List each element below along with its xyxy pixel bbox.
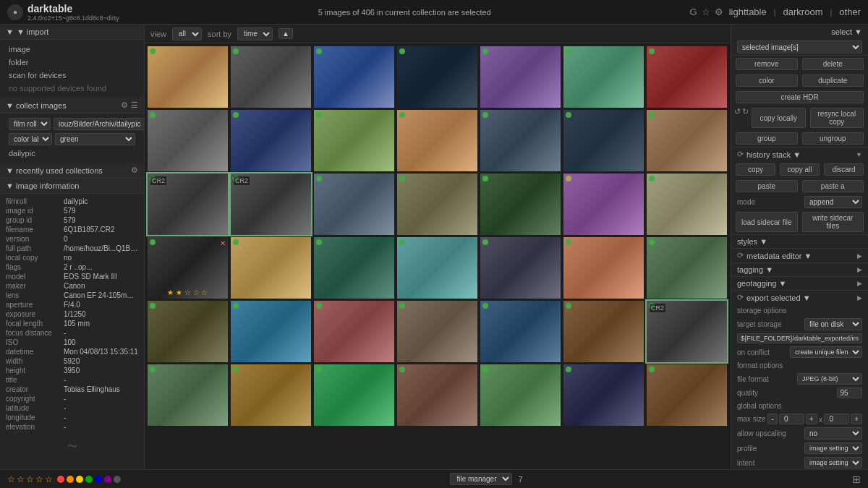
max-size-h-input[interactable] (824, 414, 849, 424)
selected-images-select[interactable]: selected image[s] (737, 40, 862, 53)
table-row[interactable] (563, 110, 644, 171)
color-label-value-select[interactable]: green (55, 133, 135, 145)
table-row[interactable] (231, 364, 311, 426)
collect-section-header[interactable]: ▼ collect images ⚙ ☰ (0, 98, 144, 114)
paste-a-btn[interactable]: paste a (802, 180, 864, 192)
table-row[interactable] (148, 364, 228, 426)
color-green[interactable] (85, 476, 93, 483)
table-row[interactable]: ✕★ ★ ☆ ☆ ☆ (148, 237, 228, 299)
recently-settings-icon[interactable]: ⚙ (131, 166, 138, 175)
copy-btn[interactable]: copy (736, 163, 775, 176)
star-5[interactable]: ☆ (45, 474, 53, 484)
table-row[interactable] (397, 46, 477, 108)
paste-btn[interactable]: paste (736, 180, 798, 192)
styles-title[interactable]: styles ▼ (737, 237, 862, 246)
discard-btn[interactable]: discard (824, 163, 864, 176)
table-row[interactable] (231, 301, 311, 362)
table-row[interactable] (314, 237, 394, 299)
table-row[interactable] (563, 237, 644, 299)
profile-select[interactable]: image settings (804, 442, 862, 454)
star-icon[interactable]: ☆ (702, 7, 710, 17)
star-3[interactable]: ☆ (26, 474, 34, 484)
color-gray[interactable] (114, 476, 121, 483)
sort-select[interactable]: time (237, 27, 273, 40)
copy-all-btn[interactable]: copy all (780, 163, 820, 176)
table-row[interactable] (231, 237, 311, 299)
table-row[interactable] (397, 174, 477, 235)
table-row[interactable] (480, 174, 561, 235)
table-row[interactable] (148, 46, 228, 108)
reset-rotation-icon[interactable]: ↺ (734, 107, 741, 129)
table-row[interactable] (231, 46, 311, 108)
table-row[interactable] (563, 301, 644, 362)
allow-upscaling-select[interactable]: no (804, 427, 862, 440)
metadata-title[interactable]: metadata editor ▼ (746, 252, 854, 260)
import-scan-devices[interactable]: scan for devices (6, 69, 138, 82)
color-orange[interactable] (67, 476, 74, 483)
quality-input[interactable] (837, 388, 862, 398)
view-mode-select[interactable]: file manager (450, 473, 512, 485)
intent-select[interactable]: image settings (804, 457, 862, 468)
star-2[interactable]: ☆ (17, 474, 25, 484)
image-info-section-header[interactable]: ▼ image information (0, 179, 144, 194)
color-blue[interactable] (95, 476, 102, 483)
collect-settings-icon[interactable]: ⚙ (121, 100, 128, 110)
copy-locally-btn[interactable]: copy locally (752, 108, 806, 128)
table-row[interactable] (148, 110, 228, 171)
star-rating-row[interactable]: ☆ ☆ ☆ ☆ ☆ (7, 474, 53, 484)
color-purple[interactable] (104, 476, 111, 483)
film-roll-value-select[interactable]: iouz/Bilder/Archiv/dailypic (54, 118, 145, 130)
create-hdr-btn[interactable]: create HDR (736, 91, 864, 103)
resync-icon[interactable]: ↻ (742, 107, 749, 129)
star-rating[interactable]: ★ ★ ☆ ☆ ☆ (167, 288, 208, 296)
table-row[interactable] (397, 301, 477, 362)
sort-direction-btn[interactable]: ▲ (278, 28, 293, 39)
reject-icon[interactable]: ✕ (220, 239, 226, 247)
table-row[interactable] (231, 110, 311, 171)
nav-darkroom[interactable]: darkroom (783, 7, 823, 17)
table-row[interactable] (647, 364, 727, 426)
color-yellow[interactable] (76, 476, 83, 483)
table-row[interactable] (314, 301, 394, 362)
gear-icon[interactable]: ⚙ (715, 7, 723, 17)
table-row[interactable]: CR2 (231, 174, 311, 235)
color-red[interactable] (57, 476, 64, 483)
on-conflict-select[interactable]: create unique filename (790, 346, 862, 358)
mode-select[interactable]: append (804, 196, 862, 208)
film-roll-select[interactable]: film roll (9, 118, 51, 130)
export-title[interactable]: export selected ▼ (746, 294, 854, 302)
max-size-w-input[interactable] (779, 414, 804, 424)
view-select[interactable]: all (172, 27, 202, 40)
table-row[interactable] (314, 110, 394, 171)
table-row[interactable] (397, 237, 477, 299)
export-spinner[interactable]: ⟳ (737, 293, 744, 302)
star-1[interactable]: ☆ (7, 474, 15, 484)
ungroup-btn[interactable]: ungroup (802, 132, 864, 145)
max-size-w-increase[interactable]: + (806, 414, 817, 424)
geotagging-title[interactable]: geotagging ▼ (737, 279, 854, 288)
table-row[interactable] (563, 174, 644, 235)
table-row[interactable] (397, 364, 477, 426)
google-icon[interactable]: G (690, 7, 697, 17)
table-row[interactable] (480, 237, 561, 299)
history-spinner[interactable]: ⟳ (737, 150, 744, 159)
table-row[interactable]: CR2 (148, 174, 228, 235)
table-row[interactable] (480, 301, 561, 362)
dailypic-item[interactable]: dailypic (6, 147, 138, 160)
table-row[interactable] (314, 364, 394, 426)
table-row[interactable] (563, 46, 644, 108)
nav-lighttable[interactable]: lighttable (729, 7, 767, 17)
table-row[interactable] (563, 364, 644, 426)
select-label[interactable]: select ▼ (831, 27, 862, 36)
resync-local-btn[interactable]: resync local copy (810, 108, 864, 128)
table-row[interactable] (480, 364, 561, 426)
table-row[interactable]: CR2 (647, 301, 727, 362)
metadata-spinner[interactable]: ⟳ (737, 251, 744, 260)
table-row[interactable] (314, 46, 394, 108)
color-label-select[interactable]: color label (9, 133, 52, 145)
import-image[interactable]: image (6, 43, 138, 56)
table-row[interactable] (647, 237, 727, 299)
table-row[interactable] (647, 110, 727, 171)
table-row[interactable] (397, 110, 477, 171)
tagging-title[interactable]: tagging ▼ (737, 265, 854, 274)
